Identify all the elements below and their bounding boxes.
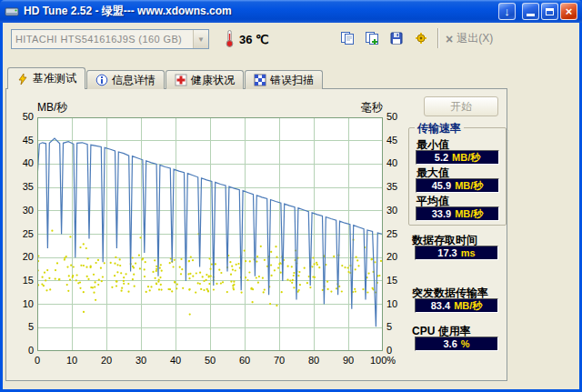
- save-icon: [389, 31, 404, 45]
- axis-tick-label: 35: [386, 181, 410, 192]
- app-icon: [5, 5, 19, 19]
- axis-tick-label: 25: [386, 228, 410, 239]
- drive-select[interactable]: HITACHI HTS541616J9S (160 GB) ▼: [11, 29, 209, 49]
- info-icon: [95, 74, 108, 86]
- axis-tick-label: 80: [298, 355, 329, 366]
- window-title: HD Tune 2.52 - 绿盟--- www.xdowns.com: [24, 4, 498, 19]
- axis-tick-label: 0: [10, 345, 34, 356]
- avg-unit: MB/秒: [455, 207, 483, 221]
- exit-label: 退出(X): [457, 31, 493, 46]
- copy-button[interactable]: [336, 27, 358, 49]
- cpu-usage-value: 3.6: [443, 338, 457, 349]
- axis-tick-label: 50: [386, 111, 410, 122]
- min-unit: MB/秒: [452, 151, 480, 165]
- chevron-down-icon[interactable]: ▼: [193, 30, 208, 48]
- close-button[interactable]: ×: [560, 3, 577, 20]
- burst-rate-unit: MB/秒: [454, 299, 482, 313]
- transfer-rate-group: 传输速率 最小值 5.2 MB/秒 最大值 45.9 MB/秒 平均值 33.9…: [408, 127, 507, 226]
- download-button[interactable]: ↓: [498, 3, 516, 20]
- axis-tick-label: 90: [333, 355, 364, 366]
- copy-add-icon: [365, 31, 379, 45]
- tab-info[interactable]: 信息详情: [86, 70, 165, 89]
- download-arrow-icon: ↓: [504, 4, 510, 19]
- drive-select-value: HITACHI HTS541616J9S (160 GB): [12, 34, 193, 45]
- close-icon: ×: [566, 4, 573, 19]
- axis-tick-label: 70: [264, 355, 295, 366]
- health-icon: [175, 74, 187, 86]
- thermometer-icon: [224, 29, 236, 48]
- titlebar[interactable]: HD Tune 2.52 - 绿盟--- www.xdowns.com ↓ ×: [0, 0, 582, 23]
- axis-tick-label: 40: [386, 157, 410, 168]
- access-time-badge: 17.3 ms: [415, 246, 498, 260]
- avg-value-badge: 33.9 MB/秒: [416, 206, 499, 221]
- axis-tick-label: 10: [56, 355, 87, 366]
- scan-checker-icon: [254, 74, 266, 86]
- axis-tick-label: 0: [386, 345, 410, 356]
- benchmark-panel: MB/秒 毫秒 50504545404035353030252520201515…: [5, 88, 507, 381]
- y-axis-left-title: MB/秒: [37, 100, 67, 116]
- tab-benchmark[interactable]: 基准测试: [7, 67, 85, 89]
- tab-strip: 基准测试 信息详情 健康状况: [7, 67, 324, 89]
- axis-tick-label: 30: [386, 205, 410, 216]
- burst-rate-badge: 83.4 MB/秒: [415, 298, 498, 313]
- axis-tick-label: 5: [10, 321, 34, 332]
- y-axis-right-title: 毫秒: [310, 100, 383, 116]
- axis-tick-label: 40: [10, 157, 34, 168]
- cpu-usage-unit: %: [461, 338, 470, 349]
- axis-tick-label: 45: [386, 135, 410, 146]
- max-value: 45.9: [432, 180, 451, 191]
- axis-tick-label: 100%: [367, 355, 398, 366]
- tab-label: 错误扫描: [270, 73, 314, 88]
- axis-tick-label: 45: [10, 135, 34, 146]
- start-button[interactable]: 开始: [424, 96, 498, 116]
- hdtune-window: HD Tune 2.52 - 绿盟--- www.xdowns.com ↓ × …: [0, 0, 582, 392]
- maximize-button[interactable]: [541, 3, 558, 20]
- toolbar-buttons: [336, 27, 432, 49]
- axis-tick-label: 20: [10, 251, 34, 262]
- access-time-value: 17.3: [437, 247, 457, 258]
- group-title: 传输速率: [415, 121, 464, 136]
- tab-error-scan[interactable]: 错误扫描: [245, 70, 323, 89]
- exit-button[interactable]: × 退出(X): [446, 31, 493, 46]
- axis-tick-label: 10: [386, 298, 410, 309]
- axis-tick-label: 20: [386, 251, 410, 262]
- client-area: HITACHI HTS541616J9S (160 GB) ▼ 36 ℃: [3, 23, 579, 389]
- toolbar-separator: [437, 28, 439, 48]
- tab-label: 信息详情: [112, 73, 156, 88]
- axis-tick-label: 50: [10, 111, 34, 122]
- max-value-badge: 45.9 MB/秒: [416, 178, 499, 193]
- minimize-button[interactable]: [522, 3, 539, 20]
- axis-tick-label: 40: [160, 355, 191, 366]
- axis-tick-label: 30: [125, 355, 156, 366]
- copy-icon: [340, 31, 355, 45]
- axis-tick-label: 30: [10, 205, 34, 216]
- axis-tick-label: 15: [386, 275, 410, 286]
- max-unit: MB/秒: [455, 179, 483, 193]
- tab-label: 健康状况: [191, 73, 235, 88]
- avg-value: 33.9: [432, 208, 451, 219]
- options-gear-icon: [414, 31, 428, 45]
- axis-tick-label: 0: [22, 355, 53, 366]
- minimize-icon: [527, 14, 535, 16]
- min-value: 5.2: [435, 152, 448, 163]
- exit-x-icon: ×: [446, 33, 453, 45]
- temperature-value: 36 ℃: [239, 33, 269, 46]
- benchmark-chart: [37, 117, 383, 351]
- axis-tick-label: 60: [229, 355, 260, 366]
- cpu-usage-badge: 3.6 %: [415, 337, 498, 351]
- tab-label: 基准测试: [33, 71, 76, 86]
- min-value-badge: 5.2 MB/秒: [416, 150, 499, 165]
- save-button[interactable]: [385, 27, 407, 49]
- copy-add-button[interactable]: [360, 27, 383, 49]
- benchmark-icon: [16, 73, 29, 85]
- axis-tick-label: 10: [10, 298, 34, 309]
- axis-tick-label: 50: [195, 355, 226, 366]
- axis-tick-label: 5: [386, 321, 410, 332]
- axis-tick-label: 35: [10, 181, 34, 192]
- options-button[interactable]: [409, 27, 432, 49]
- access-time-unit: ms: [461, 247, 476, 258]
- tab-health[interactable]: 健康状况: [166, 70, 244, 89]
- axis-tick-label: 15: [10, 275, 34, 286]
- axis-tick-label: 25: [10, 228, 34, 239]
- burst-rate-value: 83.4: [431, 300, 450, 311]
